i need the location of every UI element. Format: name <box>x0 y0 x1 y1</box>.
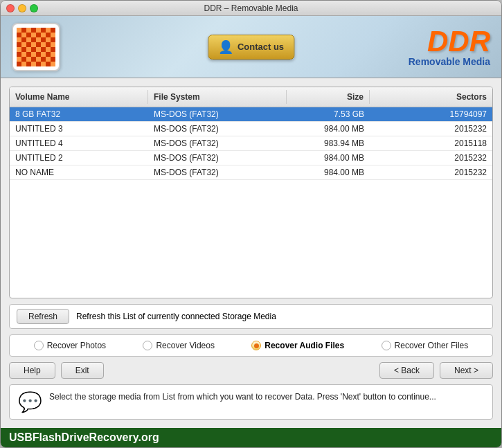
label-audio: Recover Audio Files <box>265 341 344 350</box>
col-fs: File System <box>148 90 287 104</box>
main-window: DDR – Removable Media .logo-checkerboard… <box>0 0 502 448</box>
radio-videos[interactable] <box>143 341 152 350</box>
table-row[interactable]: UNTITLED 2 MS-DOS (FAT32) 984.00 MB 2015… <box>10 151 492 165</box>
table-row[interactable]: NO NAME MS-DOS (FAT32) 984.00 MB 2015232 <box>10 165 492 180</box>
col-size: Size <box>287 90 370 104</box>
cell-size: 984.00 MB <box>287 165 370 179</box>
cell-size: 984.00 MB <box>287 122 370 136</box>
logo-icon: .logo-checkerboard { background: repeati… <box>17 28 55 66</box>
cell-volume: UNTITLED 2 <box>10 151 148 165</box>
option-other[interactable]: Recover Other Files <box>382 341 469 350</box>
cell-size: 7.53 GB <box>287 107 370 121</box>
traffic-lights <box>6 4 38 12</box>
info-icon: 💬 <box>18 391 42 413</box>
recovery-options-bar: Recover Photos Recover Videos Recover Au… <box>9 334 493 357</box>
titlebar: DDR – Removable Media <box>1 1 501 16</box>
contact-button[interactable]: 👤 Contact us <box>208 35 294 60</box>
header: .logo-checkerboard { background: repeati… <box>1 16 501 78</box>
col-sectors: Sectors <box>370 90 492 104</box>
cell-size: 983.94 MB <box>287 136 370 150</box>
contact-label: Contact us <box>237 42 284 52</box>
info-bar: 💬 Select the storage media from List fro… <box>9 384 493 420</box>
cell-fs: MS-DOS (FAT32) <box>148 107 287 121</box>
main-content: Volume Name File System Size Sectors 8 G… <box>1 78 501 428</box>
cell-fs: MS-DOS (FAT32) <box>148 165 287 179</box>
cell-sectors: 2015232 <box>370 151 492 165</box>
option-audio[interactable]: Recover Audio Files <box>251 341 344 350</box>
option-videos[interactable]: Recover Videos <box>143 341 215 350</box>
brand-area: DDR Removable Media <box>409 27 490 67</box>
close-button[interactable] <box>6 4 15 12</box>
cell-volume: 8 GB FAT32 <box>10 107 148 121</box>
footer-text: USBFlashDriveRecovery.org <box>9 431 159 444</box>
option-photos[interactable]: Recover Photos <box>34 341 106 350</box>
footer: USBFlashDriveRecovery.org <box>1 428 501 447</box>
cell-sectors: 2015118 <box>370 136 492 150</box>
cell-volume: UNTITLED 3 <box>10 122 148 136</box>
refresh-button[interactable]: Refresh <box>17 309 69 324</box>
action-buttons-bar: Help Exit < Back Next > <box>9 362 493 379</box>
refresh-description: Refresh this List of currently connected… <box>76 312 276 321</box>
cell-size: 984.00 MB <box>287 151 370 165</box>
cell-fs: MS-DOS (FAT32) <box>148 122 287 136</box>
cell-sectors: 2015232 <box>370 165 492 179</box>
exit-button[interactable]: Exit <box>61 362 104 379</box>
radio-audio[interactable] <box>251 341 261 350</box>
cell-fs: MS-DOS (FAT32) <box>148 151 287 165</box>
label-videos: Recover Videos <box>156 341 215 350</box>
cell-fs: MS-DOS (FAT32) <box>148 136 287 150</box>
table-header: Volume Name File System Size Sectors <box>10 87 492 107</box>
label-other: Recover Other Files <box>395 341 469 350</box>
next-button[interactable]: Next > <box>440 362 493 379</box>
col-volume: Volume Name <box>10 90 148 104</box>
help-button[interactable]: Help <box>9 362 55 379</box>
table-row[interactable]: UNTITLED 4 MS-DOS (FAT32) 983.94 MB 2015… <box>10 136 492 151</box>
cell-volume: UNTITLED 4 <box>10 136 148 150</box>
radio-photos[interactable] <box>34 341 44 350</box>
logo-box: .logo-checkerboard { background: repeati… <box>12 23 60 71</box>
table-row[interactable]: 8 GB FAT32 MS-DOS (FAT32) 7.53 GB 157940… <box>10 107 492 122</box>
window-title: DDR – Removable Media <box>204 3 298 13</box>
cell-sectors: 2015232 <box>370 122 492 136</box>
info-text: Select the storage media from List from … <box>49 391 436 403</box>
refresh-bar: Refresh Refresh this List of currently c… <box>9 304 493 329</box>
ddr-title: DDR <box>409 27 490 56</box>
media-table: Volume Name File System Size Sectors 8 G… <box>9 87 493 298</box>
cell-sectors: 15794097 <box>370 107 492 121</box>
cell-volume: NO NAME <box>10 165 148 179</box>
back-button[interactable]: < Back <box>379 362 434 379</box>
table-row[interactable]: UNTITLED 3 MS-DOS (FAT32) 984.00 MB 2015… <box>10 122 492 136</box>
minimize-button[interactable] <box>18 4 26 12</box>
contact-icon: 👤 <box>218 39 233 55</box>
maximize-button[interactable] <box>30 4 38 12</box>
table-body: 8 GB FAT32 MS-DOS (FAT32) 7.53 GB 157940… <box>10 107 492 298</box>
ddr-subtitle: Removable Media <box>409 56 490 67</box>
radio-other[interactable] <box>382 341 391 350</box>
label-photos: Recover Photos <box>47 341 106 350</box>
